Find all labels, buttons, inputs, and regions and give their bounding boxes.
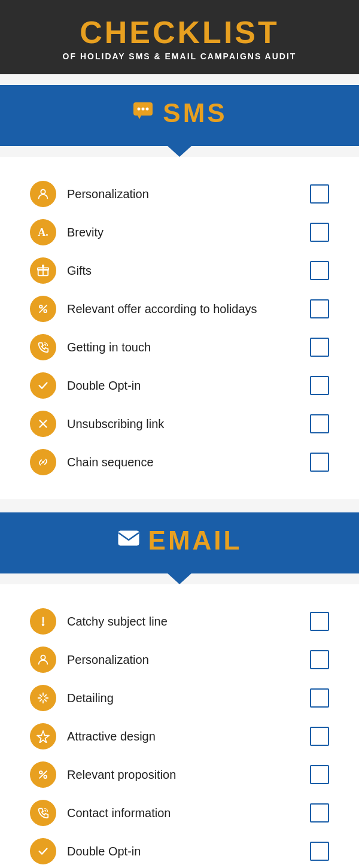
phone-icon — [30, 800, 56, 826]
page-header: CHECKLIST OF HOLIDAY SMS & EMAIL CAMPAIG… — [0, 0, 359, 74]
checkbox[interactable] — [310, 453, 329, 472]
checkbox[interactable] — [310, 612, 329, 631]
list-item: Unsubscribing link — [30, 405, 329, 443]
item-label: Contact information — [67, 806, 310, 820]
checkbox[interactable] — [310, 376, 329, 395]
sms-section-header: SMS — [0, 85, 359, 146]
checkbox[interactable] — [310, 727, 329, 746]
checkbox[interactable] — [310, 688, 329, 708]
item-label: Getting in touch — [67, 341, 310, 354]
item-label: Gifts — [67, 264, 310, 278]
checkbox[interactable] — [310, 650, 329, 669]
list-item: A. Brevity — [30, 213, 329, 251]
item-label: Relevant proposition — [67, 768, 310, 782]
sms-icon — [132, 99, 154, 127]
item-label: Brevity — [67, 226, 310, 239]
check-icon — [30, 372, 56, 399]
phone-icon — [30, 334, 56, 360]
list-item: Contact information — [30, 794, 329, 832]
item-label: Detailing — [67, 691, 310, 705]
email-section-header: EMAIL — [0, 512, 359, 573]
sparkle-icon — [30, 685, 56, 711]
email-checklist: Catchy subject line Personalization Deta… — [0, 584, 359, 868]
x-icon — [30, 411, 56, 437]
list-item: Getting in touch — [30, 328, 329, 366]
item-label: Unsubscribing link — [67, 417, 310, 431]
page-title: CHECKLIST — [12, 17, 347, 48]
svg-rect-12 — [118, 531, 139, 545]
checkbox[interactable] — [310, 223, 329, 242]
svg-point-9 — [44, 309, 47, 312]
svg-point-3 — [146, 108, 149, 111]
checkbox[interactable] — [310, 765, 329, 784]
list-item: Double Opt-in — [30, 366, 329, 405]
brevity-icon: A. — [30, 219, 56, 245]
svg-point-2 — [142, 108, 145, 111]
checkbox[interactable] — [310, 414, 329, 433]
svg-point-13 — [42, 624, 44, 626]
list-item: Personalization — [30, 641, 329, 679]
checkbox[interactable] — [310, 299, 329, 318]
svg-point-15 — [39, 771, 42, 774]
chain-icon — [30, 449, 56, 475]
page-subtitle: OF HOLIDAY SMS & EMAIL CAMPAIGNS AUDIT — [12, 51, 347, 61]
list-item: Relevant proposition — [30, 755, 329, 794]
item-label: Chain sequence — [67, 456, 310, 469]
list-item: Attractive design — [30, 717, 329, 755]
checkbox[interactable] — [310, 803, 329, 823]
percent-icon — [30, 761, 56, 788]
sms-checklist: Personalization A. Brevity Gifts — [0, 157, 359, 499]
list-item: Gifts — [30, 251, 329, 290]
svg-marker-4 — [138, 116, 141, 119]
checkbox[interactable] — [310, 842, 329, 861]
personalization-icon — [30, 181, 56, 207]
email-title: EMAIL — [148, 526, 242, 556]
checkbox[interactable] — [310, 338, 329, 357]
check-icon — [30, 838, 56, 864]
svg-point-16 — [44, 775, 47, 778]
item-label: Personalization — [67, 653, 310, 667]
item-label: Double Opt-in — [67, 379, 310, 393]
personalization-icon — [30, 647, 56, 673]
sms-title: SMS — [163, 98, 227, 128]
item-label: Catchy subject line — [67, 615, 310, 629]
svg-point-5 — [41, 190, 45, 194]
list-item: Personalization — [30, 175, 329, 213]
list-item: Relevant offer according to holidays — [30, 290, 329, 328]
gifts-icon — [30, 257, 56, 284]
list-item: Catchy subject line — [30, 602, 329, 641]
percent-icon — [30, 296, 56, 322]
checkbox[interactable] — [310, 184, 329, 204]
item-label: Attractive design — [67, 730, 310, 743]
svg-line-11 — [41, 460, 45, 464]
item-label: Relevant offer according to holidays — [67, 302, 310, 316]
svg-point-8 — [39, 305, 42, 308]
list-item: Double Opt-in — [30, 832, 329, 868]
svg-point-1 — [138, 108, 141, 111]
checkbox[interactable] — [310, 261, 329, 280]
star-icon — [30, 723, 56, 749]
exclaim-icon — [30, 608, 56, 635]
list-item: Detailing — [30, 679, 329, 717]
email-icon — [117, 528, 140, 553]
item-label: Personalization — [67, 187, 310, 201]
list-item: Chain sequence — [30, 443, 329, 481]
svg-point-14 — [41, 655, 45, 660]
item-label: Double Opt-in — [67, 845, 310, 858]
